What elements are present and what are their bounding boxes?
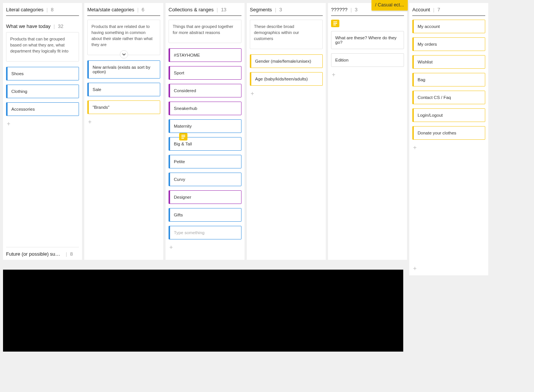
column-4: / Casual ect...??????|3What are these? W… xyxy=(328,3,407,260)
description-text: Products that are related due to having … xyxy=(91,24,152,47)
card-label: Donate your clothes xyxy=(418,131,456,135)
description-text: These describe broad demographics within… xyxy=(254,24,299,41)
description-card[interactable]: Things that are grouped together for mor… xyxy=(169,20,241,43)
card-label: Designer xyxy=(174,195,191,199)
card[interactable]: Curvy xyxy=(169,173,241,186)
card-label: Accessories xyxy=(11,107,35,111)
footer-title: Future (or possible) supp... xyxy=(6,251,63,257)
footer-count: 8 xyxy=(70,251,73,257)
column-header[interactable]: Literal categories|8 xyxy=(6,7,79,16)
separator: | xyxy=(54,23,55,29)
card[interactable]: Maternity xyxy=(169,119,241,133)
add-card-button[interactable]: + xyxy=(87,118,160,126)
subheader-title: What we have today xyxy=(6,23,51,29)
card[interactable]: Clothing xyxy=(6,85,79,98)
column-1: Meta/state categories|6Products that are… xyxy=(84,3,163,260)
chevron-down-icon[interactable] xyxy=(120,50,128,59)
column-title: Account xyxy=(412,7,430,12)
subheader[interactable]: What we have today|32 xyxy=(6,20,79,32)
add-card-button[interactable]: + xyxy=(331,71,404,79)
separator: | xyxy=(350,7,351,12)
comment-icon[interactable] xyxy=(179,133,187,140)
card-label: Petite xyxy=(174,159,185,164)
add-card-button[interactable]: + xyxy=(169,244,241,251)
card[interactable]: Edition xyxy=(331,53,404,67)
redaction-overlay xyxy=(3,270,403,352)
add-card-button[interactable]: + xyxy=(412,265,485,272)
column-title: Literal categories xyxy=(6,7,43,12)
column-title: Collections & ranges xyxy=(169,7,214,12)
new-card-input[interactable] xyxy=(174,230,237,235)
card[interactable]: My orders xyxy=(412,37,485,51)
section-footer[interactable]: Future (or possible) supp...|8 xyxy=(6,247,79,257)
spacer xyxy=(412,151,485,265)
card-label: "Brands" xyxy=(93,105,110,110)
card[interactable]: Considered xyxy=(169,84,241,97)
card-label: Contact CS / Faq xyxy=(418,95,451,100)
column-count: 13 xyxy=(221,7,226,12)
description-card[interactable]: Products that are related due to having … xyxy=(87,20,160,55)
card-label: Clothing xyxy=(11,89,27,94)
card-label: Shoes xyxy=(11,71,24,76)
column-title: Meta/state categories xyxy=(87,7,134,12)
card[interactable]: Gender (male/female/unisex) xyxy=(250,54,323,68)
column-count: 7 xyxy=(437,7,440,12)
card-label: What are these? Where do they go? xyxy=(335,35,396,45)
card[interactable]: "Brands" xyxy=(87,100,160,114)
card[interactable]: Accessories xyxy=(6,102,79,116)
card-label: Gender (male/female/unisex) xyxy=(255,59,311,63)
column-header[interactable]: Meta/state categories|6 xyxy=(87,7,160,16)
card[interactable]: #STAYHOME xyxy=(169,48,241,62)
description-text: Things that are grouped together for mor… xyxy=(173,24,233,35)
card-label: Maternity xyxy=(174,124,192,128)
add-card-button[interactable]: + xyxy=(6,120,79,128)
column-0: Literal categories|8What we have today|3… xyxy=(3,3,82,260)
card-label: Edition xyxy=(335,58,348,62)
card[interactable]: Designer xyxy=(169,190,241,204)
card[interactable]: Sale xyxy=(87,83,160,96)
card[interactable]: Login/Logout xyxy=(412,108,485,122)
card[interactable]: Sport xyxy=(169,66,241,80)
sticky-note[interactable]: / Casual ect... xyxy=(371,0,408,11)
column-header[interactable]: Account|7 xyxy=(412,7,485,16)
card[interactable]: Sneakerhub xyxy=(169,102,241,115)
add-card-button[interactable]: + xyxy=(250,90,323,97)
column-header[interactable]: Segments|3 xyxy=(250,7,323,16)
card[interactable]: Contact CS / Faq xyxy=(412,91,485,104)
separator: | xyxy=(275,7,276,12)
card-label: Age (baby/kids/teen/adults) xyxy=(255,77,308,81)
card[interactable]: What are these? Where do they go? xyxy=(331,31,404,49)
description-text: Products that can be grouped based on wh… xyxy=(10,37,68,53)
card-label: Sport xyxy=(174,71,184,75)
separator: | xyxy=(217,7,218,12)
column-title: ?????? xyxy=(331,7,347,12)
card-label: My account xyxy=(418,24,440,29)
card-label: Considered xyxy=(174,88,196,93)
card[interactable]: Wishlist xyxy=(412,55,485,69)
card[interactable]: Donate your clothes xyxy=(412,126,485,140)
add-card-button[interactable]: + xyxy=(412,144,485,151)
column-3: Segments|3These describe broad demograph… xyxy=(247,3,326,260)
comment-icon[interactable] xyxy=(331,20,339,27)
card[interactable]: Bag xyxy=(412,73,485,86)
card-label: Sale xyxy=(93,87,101,92)
card[interactable]: New arrivals (exists as sort by option) xyxy=(87,60,160,79)
card[interactable]: Age (baby/kids/teen/adults) xyxy=(250,72,323,86)
column-5: Account|7My accountMy ordersWishlistBagC… xyxy=(409,3,488,275)
card[interactable]: Petite xyxy=(169,155,241,168)
subheader-count: 32 xyxy=(58,23,63,29)
column-header[interactable]: Collections & ranges|13 xyxy=(169,7,241,16)
card[interactable]: My account xyxy=(412,20,485,33)
card[interactable]: Gifts xyxy=(169,208,241,222)
separator: | xyxy=(66,251,67,257)
card[interactable]: Big & Tall xyxy=(169,137,241,151)
separator: | xyxy=(137,7,138,12)
card[interactable]: Shoes xyxy=(6,67,79,80)
column-count: 3 xyxy=(279,7,282,12)
column-title: Segments xyxy=(250,7,272,12)
description-card[interactable]: These describe broad demographics within… xyxy=(250,20,323,49)
new-card-input-wrapper[interactable] xyxy=(169,226,241,239)
separator: | xyxy=(46,7,48,12)
separator: | xyxy=(433,7,434,12)
description-card[interactable]: Products that can be grouped based on wh… xyxy=(6,32,79,62)
